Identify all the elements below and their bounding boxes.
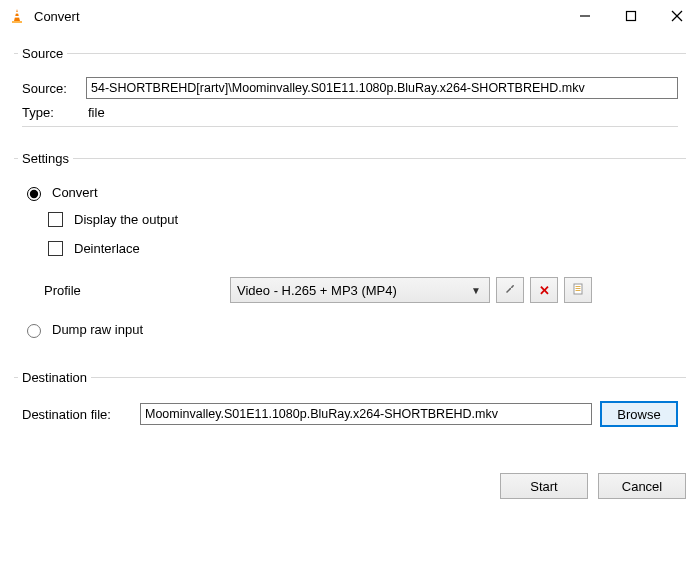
dialog-footer: Start Cancel (0, 469, 700, 499)
delete-profile-button[interactable]: ✕ (530, 277, 558, 303)
divider (22, 126, 678, 127)
chevron-down-icon: ▼ (471, 285, 481, 296)
minimize-button[interactable] (562, 0, 608, 32)
deinterlace-checkbox[interactable]: Deinterlace (44, 238, 678, 259)
start-button[interactable]: Start (500, 473, 588, 499)
type-value: file (86, 105, 105, 120)
svg-rect-8 (576, 286, 581, 287)
deinterlace-checkbox-input[interactable] (48, 241, 63, 256)
destination-legend: Destination (18, 370, 91, 385)
maximize-button[interactable] (608, 0, 654, 32)
svg-rect-2 (15, 16, 20, 18)
profile-label: Profile (44, 283, 224, 298)
browse-label: Browse (617, 407, 660, 422)
wrench-icon (503, 282, 517, 299)
settings-group: Settings Convert Display the output Dein… (14, 151, 686, 360)
start-label: Start (530, 479, 557, 494)
svg-rect-9 (576, 288, 581, 289)
destination-input[interactable] (140, 403, 592, 425)
profile-value: Video - H.265 + MP3 (MP4) (237, 283, 397, 298)
dialog-content: Source Source: Type: file Settings Conve… (0, 32, 700, 467)
new-profile-button[interactable] (564, 277, 592, 303)
source-label: Source: (22, 81, 78, 96)
edit-profile-button[interactable] (496, 277, 524, 303)
close-button[interactable] (654, 0, 700, 32)
destination-group: Destination Destination file: Browse (14, 370, 686, 447)
destination-label: Destination file: (22, 407, 132, 422)
dump-radio-input[interactable] (27, 324, 41, 338)
titlebar: Convert (0, 0, 700, 32)
source-group: Source Source: Type: file (14, 46, 686, 141)
convert-radio-label: Convert (52, 185, 98, 200)
window-title: Convert (34, 9, 562, 24)
type-label: Type: (22, 105, 78, 120)
source-input[interactable] (86, 77, 678, 99)
dump-radio-label: Dump raw input (52, 322, 143, 337)
close-icon: ✕ (539, 283, 550, 298)
convert-radio-input[interactable] (27, 187, 41, 201)
svg-rect-10 (576, 290, 581, 291)
browse-button[interactable]: Browse (600, 401, 678, 427)
display-output-checkbox-input[interactable] (48, 212, 63, 227)
svg-rect-4 (627, 12, 636, 21)
document-icon (571, 282, 585, 299)
window-controls (562, 0, 700, 32)
cancel-button[interactable]: Cancel (598, 473, 686, 499)
profile-select[interactable]: Video - H.265 + MP3 (MP4) ▼ (230, 277, 490, 303)
svg-rect-1 (15, 12, 19, 14)
display-output-label: Display the output (74, 212, 178, 227)
vlc-cone-icon (8, 7, 26, 25)
cancel-label: Cancel (622, 479, 662, 494)
convert-radio[interactable]: Convert (22, 184, 678, 201)
display-output-checkbox[interactable]: Display the output (44, 209, 678, 230)
deinterlace-label: Deinterlace (74, 241, 140, 256)
dump-radio[interactable]: Dump raw input (22, 321, 678, 338)
settings-legend: Settings (18, 151, 73, 166)
svg-rect-0 (12, 21, 22, 23)
source-legend: Source (18, 46, 67, 61)
